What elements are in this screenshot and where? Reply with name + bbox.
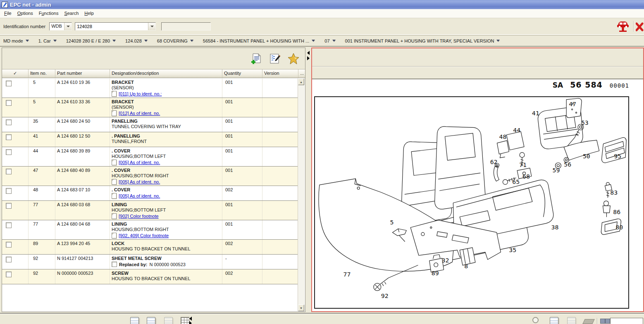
row-checkbox[interactable]: [6, 272, 12, 277]
column-header-3[interactable]: Part number: [55, 69, 110, 78]
part-callout-71[interactable]: 71: [519, 161, 527, 169]
menu-item-help[interactable]: Help: [83, 10, 98, 17]
table-row[interactable]: 77A 124 680 04 68LININGHOUSING;BOTTOM RI…: [2, 220, 299, 240]
parts-doc3-icon[interactable]: [164, 317, 173, 324]
footnote-doc-icon[interactable]: [112, 160, 117, 165]
breadcrumb-item-1[interactable]: MD mode: [3, 38, 29, 43]
close-session-icon[interactable]: [636, 21, 644, 32]
table-row[interactable]: 35A 124 680 24 50PANELLINGTUNNEL COVERIN…: [2, 117, 299, 132]
part-callout-50[interactable]: 50: [583, 152, 590, 160]
breadcrumb-item-4[interactable]: 124.028: [125, 38, 148, 43]
scroll-down-icon[interactable]: ▼: [298, 305, 304, 311]
table-row[interactable]: 5A 124 610 19 36BRACKET(SENSOR)[011] Up …: [2, 79, 299, 98]
part-callout-89[interactable]: 89: [432, 269, 439, 277]
breadcrumb-item-3[interactable]: 124028 280 E / E 280: [66, 38, 116, 43]
breadcrumb-item-8[interactable]: 001 INSTRUMENT PANEL + HOUSING WITH TRAY…: [345, 38, 500, 43]
row-checkbox[interactable]: [6, 100, 12, 106]
footnote-doc-icon[interactable]: [112, 179, 117, 185]
part-callout-8[interactable]: 8: [464, 262, 468, 270]
table-row[interactable]: 89A 123 994 20 45LOCKHOUSING TO BRACKET …: [2, 240, 299, 255]
parts-doc-icon[interactable]: [130, 317, 139, 324]
part-callout-35[interactable]: 35: [509, 246, 516, 254]
column-header-6[interactable]: Version: [262, 69, 298, 78]
row-checkbox[interactable]: [6, 257, 12, 262]
identification-number-input[interactable]: [75, 23, 148, 30]
table-scrollbar[interactable]: ▲ ▼: [298, 79, 305, 311]
row-checkbox[interactable]: [6, 203, 12, 209]
diagram-area[interactable]: SA 56 584 00001: [312, 79, 643, 311]
row-checkbox[interactable]: [6, 188, 12, 194]
part-callout-77[interactable]: 77: [343, 271, 351, 278]
part-callout-65[interactable]: 65: [512, 178, 520, 186]
part-callout-83[interactable]: 83: [610, 189, 618, 196]
part-callout-47[interactable]: 47: [569, 100, 576, 108]
panel-splitter[interactable]: [305, 48, 311, 312]
row-checkbox[interactable]: [6, 149, 12, 155]
scroll-up-icon[interactable]: ▲: [298, 79, 304, 85]
part-callout-68[interactable]: 68: [522, 173, 530, 180]
part-callout-62[interactable]: 62: [490, 158, 498, 166]
row-checkbox[interactable]: [6, 242, 12, 248]
part-callout-56[interactable]: 56: [564, 161, 571, 168]
footnote-doc-icon[interactable]: [112, 91, 117, 97]
notes-edit-icon[interactable]: [268, 52, 281, 65]
pin-icon[interactable]: [600, 319, 605, 324]
footnote-link[interactable]: [902] Color footnote: [119, 214, 159, 219]
part-callout-80[interactable]: 80: [615, 224, 623, 231]
eraser-icon[interactable]: [582, 319, 595, 324]
doc4-icon[interactable]: [550, 317, 558, 324]
collapse-right-icon[interactable]: [307, 56, 310, 60]
collapse-left-icon[interactable]: [189, 317, 192, 321]
replaced-by-checkbox[interactable]: [112, 262, 117, 267]
footnote-doc-icon[interactable]: [112, 193, 117, 199]
row-checkbox[interactable]: [6, 81, 12, 86]
table-row[interactable]: 44A 124 680 39 89. COVERHOUSING;BOTTOM L…: [2, 147, 299, 167]
row-checkbox[interactable]: [6, 119, 12, 125]
footnote-doc-icon[interactable]: [112, 110, 117, 116]
column-header-2[interactable]: Item no.: [29, 69, 55, 78]
table-row[interactable]: 41A 124 680 12 50. PANELLINGTUNNEL,FRONT…: [2, 132, 299, 147]
footnote-link[interactable]: [012] As of ident. no.: [119, 111, 160, 116]
table-row[interactable]: 5A 124 610 33 36BRACKET(SENSOR)[012] As …: [2, 98, 299, 117]
parts-doc2-icon[interactable]: [147, 317, 155, 324]
row-checkbox[interactable]: [6, 169, 12, 174]
bottom-combo-input[interactable]: [610, 318, 643, 324]
breadcrumb-item-2[interactable]: 1. Car: [38, 38, 57, 43]
menu-item-search[interactable]: Search: [62, 10, 83, 17]
table-row[interactable]: 77A 124 680 03 68LININGHOUSING;BOTTOM LE…: [2, 201, 299, 220]
footnote-link[interactable]: [005] As of ident. no.: [119, 179, 160, 184]
chevron-down-icon[interactable]: [64, 23, 72, 30]
vehicle-data-icon[interactable]: [616, 20, 630, 33]
footnote-link[interactable]: [005] As of ident. no.: [119, 193, 160, 198]
favorites-star-icon[interactable]: [287, 52, 300, 65]
part-callout-95[interactable]: 95: [614, 152, 621, 160]
vin-prefix-select[interactable]: WDB: [49, 22, 72, 31]
identification-number-combo[interactable]: [75, 22, 156, 31]
part-callout-48[interactable]: 48: [499, 133, 506, 141]
column-header-4[interactable]: Designation/description: [110, 69, 222, 78]
row-checkbox[interactable]: [6, 222, 12, 228]
chevron-down-icon[interactable]: [148, 23, 155, 30]
part-callout-53[interactable]: 53: [581, 119, 589, 126]
table-view-icon[interactable]: [181, 317, 189, 324]
column-header-7[interactable]: ...: [298, 69, 305, 78]
collapse-left-icon[interactable]: [307, 51, 310, 55]
part-callout-41[interactable]: 41: [532, 110, 539, 117]
bottom-splitter[interactable]: [189, 316, 192, 324]
secondary-id-field[interactable]: [161, 22, 211, 31]
table-row[interactable]: 92N 000000 000523SCREWHOUSING TO BRACKET…: [2, 269, 299, 284]
footnote-link[interactable]: [011] Up to ident. no.:: [119, 91, 162, 96]
menu-item-functions[interactable]: Functions: [37, 10, 63, 17]
part-callout-59[interactable]: 59: [552, 167, 560, 174]
breadcrumb-item-7[interactable]: 07: [324, 38, 335, 43]
collapse-right-icon[interactable]: [189, 321, 192, 324]
column-header-5[interactable]: Quantity: [222, 69, 262, 78]
footnote-link[interactable]: [005] As of ident. no.: [119, 160, 160, 165]
part-callout-38[interactable]: 38: [551, 224, 558, 231]
breadcrumb-item-5[interactable]: 68 COVERING: [157, 38, 193, 43]
part-callout-32[interactable]: 32: [442, 257, 449, 264]
part-callout-5[interactable]: 5: [390, 219, 394, 226]
column-header-1[interactable]: ✓: [2, 69, 29, 78]
table-row[interactable]: 47A 124 680 40 89. COVERHOUSING;BOTTOM R…: [2, 167, 299, 186]
table-row[interactable]: 92N 914127 004213SHEET METAL SCREWReplac…: [2, 255, 299, 269]
